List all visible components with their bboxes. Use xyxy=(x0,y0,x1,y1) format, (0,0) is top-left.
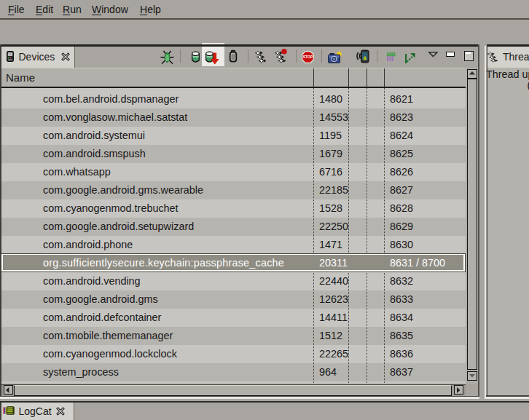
svg-text:STOP: STOP xyxy=(303,55,313,59)
